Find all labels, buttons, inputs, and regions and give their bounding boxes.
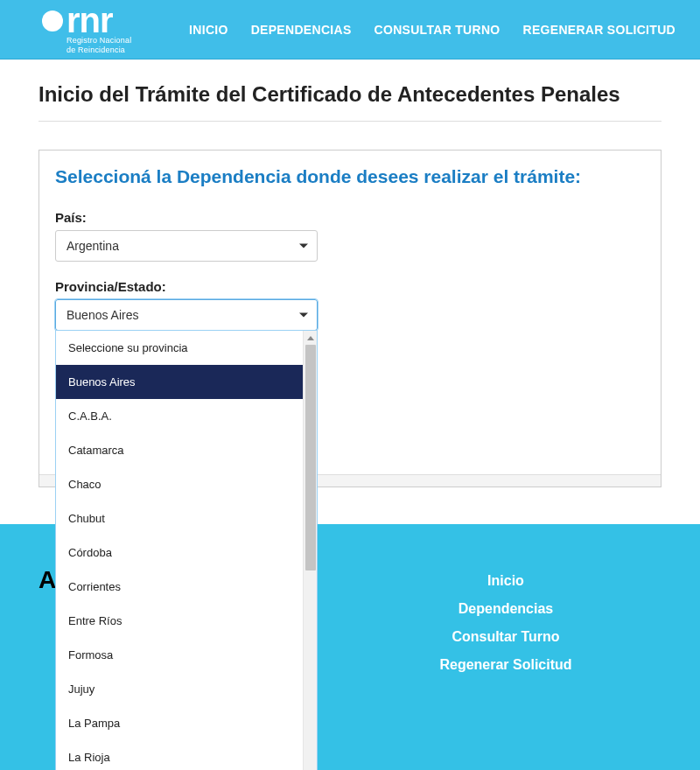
pais-select-value: Argentina [66, 239, 119, 253]
footer-link-dependencias[interactable]: Dependencias [458, 601, 553, 617]
provincia-dropdown-list: Seleccione su provinciaBuenos AiresC.A.B… [56, 331, 303, 770]
nav-consultar-turno[interactable]: CONSULTAR TURNO [374, 23, 500, 37]
provincia-select[interactable]: Buenos Aires [55, 299, 318, 331]
chevron-down-icon [299, 313, 308, 318]
provincia-option[interactable]: Corrientes [56, 570, 303, 604]
nav-dependencias[interactable]: DEPENDENCIAS [251, 23, 352, 37]
pais-field: País: Argentina [55, 210, 645, 262]
panel-title: Seleccioná la Dependencia donde desees r… [55, 166, 645, 187]
provincia-field: Provincia/Estado: Buenos Aires Seleccion… [55, 279, 645, 331]
dropdown-scrollbar[interactable] [303, 331, 317, 770]
footer-link-consultar-turno[interactable]: Consultar Turno [452, 629, 559, 645]
provincia-label: Provincia/Estado: [55, 279, 645, 294]
logo-circle-icon [42, 10, 63, 32]
chevron-down-icon [299, 244, 308, 248]
logo[interactable]: rnr Registro Nacional de Reincidencia [42, 5, 131, 54]
logo-subtitle-line2: de Reincidencia [66, 46, 131, 54]
footer-link-inicio[interactable]: Inicio [487, 573, 524, 589]
provincia-dropdown: Seleccione su provinciaBuenos AiresC.A.B… [55, 330, 318, 770]
provincia-select-value: Buenos Aires [66, 308, 139, 322]
provincia-option[interactable]: Chaco [56, 467, 303, 501]
provincia-option[interactable]: La Rioja [56, 740, 303, 770]
title-divider [38, 121, 662, 122]
main-nav: INICIO DEPENDENCIAS CONSULTAR TURNO REGE… [189, 23, 676, 37]
page-title: Inicio del Trámite del Certificado de An… [38, 82, 662, 121]
nav-inicio[interactable]: INICIO [189, 23, 228, 37]
footer-link-regenerar-solicitud[interactable]: Regenerar Solicitud [439, 657, 571, 673]
provincia-option[interactable]: Catamarca [56, 433, 303, 467]
provincia-option[interactable]: Chubut [56, 501, 303, 536]
provincia-option[interactable]: Formosa [56, 638, 303, 672]
provincia-option[interactable]: Entre Ríos [56, 604, 303, 638]
logo-text: rnr [66, 5, 131, 35]
provincia-option[interactable]: Seleccione su provincia [56, 331, 303, 365]
provincia-option[interactable]: C.A.B.A. [56, 399, 303, 433]
dependencia-panel: Seleccioná la Dependencia donde desees r… [38, 150, 662, 487]
logo-subtitle-line1: Registro Nacional [66, 37, 131, 45]
scrollbar-arrow-up-icon[interactable] [304, 331, 317, 345]
site-header: rnr Registro Nacional de Reincidencia IN… [0, 0, 700, 60]
provincia-option[interactable]: Jujuy [56, 672, 303, 706]
pais-label: País: [55, 210, 645, 225]
pais-select[interactable]: Argentina [55, 230, 318, 262]
nav-regenerar-solicitud[interactable]: REGENERAR SOLICITUD [523, 23, 676, 37]
provincia-option[interactable]: Buenos Aires [56, 365, 303, 399]
provincia-option[interactable]: La Pampa [56, 706, 303, 740]
provincia-option[interactable]: Córdoba [56, 536, 303, 570]
footer-links: Inicio Dependencias Consultar Turno Rege… [350, 566, 662, 745]
scrollbar-thumb[interactable] [305, 345, 316, 570]
main-content: Inicio del Trámite del Certificado de An… [0, 60, 700, 487]
